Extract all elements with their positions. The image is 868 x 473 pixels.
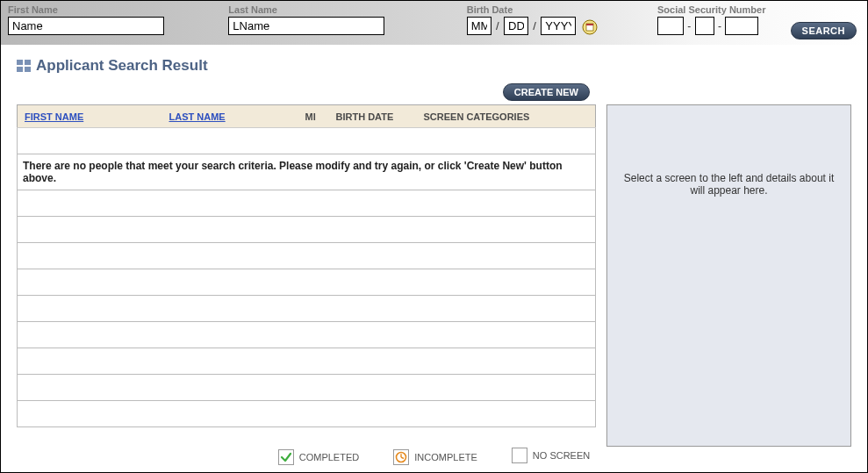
table-row: [18, 269, 596, 296]
birth-year-input[interactable]: [541, 17, 576, 35]
col-first-name[interactable]: FIRST NAME: [25, 111, 83, 122]
results-table: FIRST NAME LAST NAME MI BIRTH DATE SCREE…: [17, 104, 596, 427]
col-last-name[interactable]: LAST NAME: [169, 111, 226, 122]
last-name-label: Last Name: [228, 4, 384, 15]
legend-noscreen-label: NO SCREEN: [533, 450, 590, 461]
svg-rect-3: [17, 60, 23, 65]
table-row: [18, 322, 596, 348]
svg-rect-5: [17, 67, 23, 72]
ssn-separator-2: -: [718, 20, 721, 32]
detail-placeholder: Select a screen to the left and details …: [621, 172, 836, 197]
col-birth-date: BIRTH DATE: [329, 105, 417, 128]
ssn-part1-input[interactable]: [657, 17, 684, 35]
table-row: [18, 217, 596, 243]
page-title: Applicant Search Result: [36, 57, 208, 75]
table-row: [18, 128, 596, 154]
date-separator-1: /: [496, 19, 499, 32]
calendar-icon[interactable]: [582, 19, 598, 35]
svg-line-9: [401, 457, 404, 459]
svg-rect-4: [25, 60, 31, 65]
col-screen-categories: SCREEN CATEGORIES: [417, 105, 596, 128]
first-name-label: First Name: [8, 4, 164, 15]
grid-icon: [17, 60, 31, 72]
search-bar: First Name Last Name Birth Date / / Soci…: [1, 1, 867, 45]
detail-panel: Select a screen to the left and details …: [606, 104, 851, 447]
birth-day-input[interactable]: [504, 17, 528, 35]
svg-rect-2: [586, 24, 593, 25]
birth-date-label: Birth Date: [467, 4, 598, 15]
table-row: [18, 375, 596, 401]
date-separator-2: /: [533, 19, 536, 32]
no-results-message: There are no people that meet your searc…: [18, 154, 596, 190]
legend-incomplete-label: INCOMPLETE: [414, 452, 477, 462]
table-row: [18, 243, 596, 269]
birth-month-input[interactable]: [467, 17, 491, 35]
ssn-part2-input[interactable]: [695, 17, 714, 35]
table-row: [18, 348, 596, 375]
first-name-input[interactable]: [8, 17, 164, 35]
no-results-row: There are no people that meet your searc…: [18, 154, 596, 190]
ssn-separator-1: -: [687, 20, 691, 32]
ssn-label: Social Security Number: [657, 4, 766, 15]
last-name-input[interactable]: [228, 17, 384, 35]
incomplete-icon: [393, 449, 409, 465]
legend-completed-label: COMPLETED: [299, 452, 359, 462]
table-row: [18, 296, 596, 322]
table-row: [18, 190, 596, 217]
col-mi: MI: [298, 105, 329, 128]
search-button[interactable]: SEARCH: [791, 22, 857, 39]
svg-rect-6: [25, 67, 31, 72]
create-new-button[interactable]: CREATE NEW: [503, 83, 590, 101]
legend: COMPLETED INCOMPLETE NO SCREEN: [1, 448, 867, 465]
completed-icon: [278, 449, 294, 465]
ssn-part3-input[interactable]: [725, 17, 758, 35]
no-screen-icon: [512, 448, 527, 463]
table-row: [18, 401, 596, 427]
